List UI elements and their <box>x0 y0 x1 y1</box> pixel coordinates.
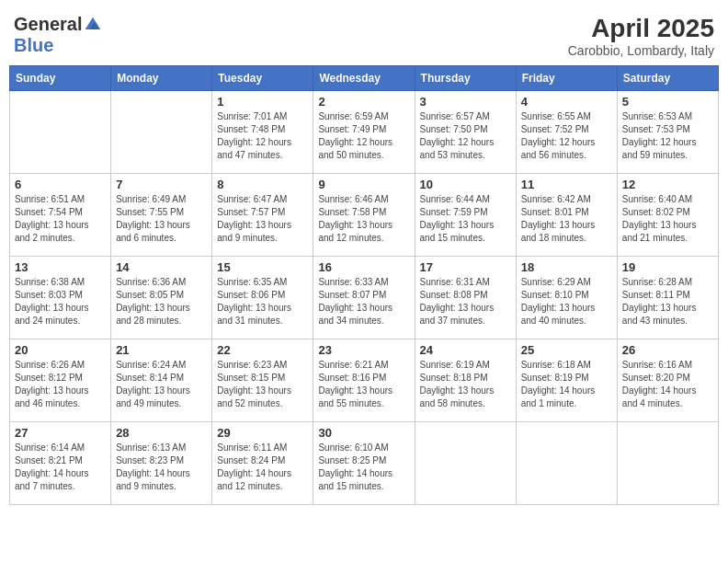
calendar-cell: 23Sunrise: 6:21 AM Sunset: 8:16 PM Dayli… <box>313 339 415 422</box>
day-info: Sunrise: 6:33 AM Sunset: 8:07 PM Dayligh… <box>318 276 409 327</box>
weekday-header-thursday: Thursday <box>415 66 516 91</box>
day-number: 21 <box>116 343 207 357</box>
day-info: Sunrise: 6:40 AM Sunset: 8:02 PM Dayligh… <box>622 193 713 245</box>
day-number: 8 <box>217 178 308 191</box>
day-number: 27 <box>15 426 106 440</box>
day-info: Sunrise: 6:28 AM Sunset: 8:11 PM Dayligh… <box>622 276 713 327</box>
calendar-cell: 19Sunrise: 6:28 AM Sunset: 8:11 PM Dayli… <box>617 257 718 339</box>
weekday-header-tuesday: Tuesday <box>212 66 313 91</box>
calendar-cell: 20Sunrise: 6:26 AM Sunset: 8:12 PM Dayli… <box>10 339 111 422</box>
day-number: 13 <box>15 260 106 274</box>
day-info: Sunrise: 6:36 AM Sunset: 8:05 PM Dayligh… <box>116 276 207 327</box>
day-number: 1 <box>217 95 308 109</box>
day-info: Sunrise: 6:26 AM Sunset: 8:12 PM Dayligh… <box>15 359 106 410</box>
day-info: Sunrise: 6:16 AM Sunset: 8:20 PM Dayligh… <box>622 359 713 410</box>
calendar-cell <box>516 422 617 505</box>
logo-blue-text: Blue <box>14 35 53 56</box>
day-info: Sunrise: 6:51 AM Sunset: 7:54 PM Dayligh… <box>15 193 106 245</box>
calendar-cell <box>10 91 111 174</box>
calendar-cell: 10Sunrise: 6:44 AM Sunset: 7:59 PM Dayli… <box>415 174 516 257</box>
day-info: Sunrise: 6:31 AM Sunset: 8:08 PM Dayligh… <box>420 276 511 327</box>
week-row-3: 13Sunrise: 6:38 AM Sunset: 8:03 PM Dayli… <box>10 257 719 339</box>
day-number: 15 <box>217 260 308 274</box>
calendar-cell: 27Sunrise: 6:14 AM Sunset: 8:21 PM Dayli… <box>10 422 111 505</box>
day-number: 24 <box>420 343 511 357</box>
day-number: 17 <box>420 260 511 274</box>
day-number: 30 <box>318 426 409 440</box>
weekday-header-sunday: Sunday <box>10 66 111 91</box>
calendar-cell: 22Sunrise: 6:23 AM Sunset: 8:15 PM Dayli… <box>212 339 313 422</box>
day-number: 9 <box>318 178 409 191</box>
day-info: Sunrise: 6:55 AM Sunset: 7:52 PM Dayligh… <box>521 110 612 162</box>
calendar-table: SundayMondayTuesdayWednesdayThursdayFrid… <box>9 65 719 505</box>
calendar-cell <box>111 91 212 174</box>
calendar-cell: 13Sunrise: 6:38 AM Sunset: 8:03 PM Dayli… <box>10 257 111 339</box>
calendar-cell: 30Sunrise: 6:10 AM Sunset: 8:25 PM Dayli… <box>313 422 415 505</box>
calendar-cell: 11Sunrise: 6:42 AM Sunset: 8:01 PM Dayli… <box>516 174 617 257</box>
day-info: Sunrise: 6:59 AM Sunset: 7:49 PM Dayligh… <box>318 110 409 162</box>
calendar-cell: 1Sunrise: 7:01 AM Sunset: 7:48 PM Daylig… <box>212 91 313 174</box>
day-number: 16 <box>318 260 409 274</box>
day-number: 20 <box>15 343 106 357</box>
weekday-header-saturday: Saturday <box>617 66 718 91</box>
day-info: Sunrise: 6:38 AM Sunset: 8:03 PM Dayligh… <box>15 276 106 327</box>
weekday-header-monday: Monday <box>111 66 212 91</box>
day-info: Sunrise: 6:53 AM Sunset: 7:53 PM Dayligh… <box>622 110 713 162</box>
calendar-cell: 17Sunrise: 6:31 AM Sunset: 8:08 PM Dayli… <box>415 257 516 339</box>
logo-general-text: General <box>14 14 82 35</box>
weekday-header-wednesday: Wednesday <box>313 66 415 91</box>
day-number: 18 <box>521 260 612 274</box>
calendar-cell: 15Sunrise: 6:35 AM Sunset: 8:06 PM Dayli… <box>212 257 313 339</box>
calendar-cell: 25Sunrise: 6:18 AM Sunset: 8:19 PM Dayli… <box>516 339 617 422</box>
week-row-2: 6Sunrise: 6:51 AM Sunset: 7:54 PM Daylig… <box>10 174 719 257</box>
calendar-cell: 7Sunrise: 6:49 AM Sunset: 7:55 PM Daylig… <box>111 174 212 257</box>
calendar-cell: 18Sunrise: 6:29 AM Sunset: 8:10 PM Dayli… <box>516 257 617 339</box>
day-info: Sunrise: 6:18 AM Sunset: 8:19 PM Dayligh… <box>521 359 612 410</box>
calendar-cell: 2Sunrise: 6:59 AM Sunset: 7:49 PM Daylig… <box>313 91 415 174</box>
day-number: 22 <box>217 343 308 357</box>
calendar-cell: 4Sunrise: 6:55 AM Sunset: 7:52 PM Daylig… <box>516 91 617 174</box>
day-number: 7 <box>116 178 207 191</box>
logo: General Blue <box>14 14 102 56</box>
day-number: 26 <box>622 343 713 357</box>
day-info: Sunrise: 6:29 AM Sunset: 8:10 PM Dayligh… <box>521 276 612 327</box>
day-info: Sunrise: 6:10 AM Sunset: 8:25 PM Dayligh… <box>318 442 409 493</box>
location-subtitle: Carobbio, Lombardy, Italy <box>568 43 714 58</box>
day-info: Sunrise: 6:23 AM Sunset: 8:15 PM Dayligh… <box>217 359 308 410</box>
day-info: Sunrise: 6:24 AM Sunset: 8:14 PM Dayligh… <box>116 359 207 410</box>
day-info: Sunrise: 6:13 AM Sunset: 8:23 PM Dayligh… <box>116 442 207 493</box>
day-info: Sunrise: 6:57 AM Sunset: 7:50 PM Dayligh… <box>420 110 511 162</box>
day-info: Sunrise: 6:19 AM Sunset: 8:18 PM Dayligh… <box>420 359 511 410</box>
calendar-cell: 26Sunrise: 6:16 AM Sunset: 8:20 PM Dayli… <box>617 339 718 422</box>
month-year-title: April 2025 <box>568 14 714 43</box>
calendar-cell: 3Sunrise: 6:57 AM Sunset: 7:50 PM Daylig… <box>415 91 516 174</box>
week-row-1: 1Sunrise: 7:01 AM Sunset: 7:48 PM Daylig… <box>10 91 719 174</box>
day-number: 11 <box>521 178 612 191</box>
day-number: 14 <box>116 260 207 274</box>
day-number: 12 <box>622 178 713 191</box>
week-row-5: 27Sunrise: 6:14 AM Sunset: 8:21 PM Dayli… <box>10 422 719 505</box>
day-info: Sunrise: 6:47 AM Sunset: 7:57 PM Dayligh… <box>217 193 308 245</box>
calendar-cell: 24Sunrise: 6:19 AM Sunset: 8:18 PM Dayli… <box>415 339 516 422</box>
day-number: 2 <box>318 95 409 109</box>
day-number: 5 <box>622 95 713 109</box>
calendar-cell: 16Sunrise: 6:33 AM Sunset: 8:07 PM Dayli… <box>313 257 415 339</box>
day-number: 28 <box>116 426 207 440</box>
day-number: 23 <box>318 343 409 357</box>
calendar-cell: 9Sunrise: 6:46 AM Sunset: 7:58 PM Daylig… <box>313 174 415 257</box>
day-info: Sunrise: 6:42 AM Sunset: 8:01 PM Dayligh… <box>521 193 612 245</box>
calendar-cell: 12Sunrise: 6:40 AM Sunset: 8:02 PM Dayli… <box>617 174 718 257</box>
calendar-cell <box>415 422 516 505</box>
calendar-cell: 28Sunrise: 6:13 AM Sunset: 8:23 PM Dayli… <box>111 422 212 505</box>
day-info: Sunrise: 7:01 AM Sunset: 7:48 PM Dayligh… <box>217 110 308 162</box>
day-info: Sunrise: 6:44 AM Sunset: 7:59 PM Dayligh… <box>420 193 511 245</box>
day-number: 6 <box>15 178 106 191</box>
day-info: Sunrise: 6:46 AM Sunset: 7:58 PM Dayligh… <box>318 193 409 245</box>
calendar-cell: 5Sunrise: 6:53 AM Sunset: 7:53 PM Daylig… <box>617 91 718 174</box>
calendar-cell: 29Sunrise: 6:11 AM Sunset: 8:24 PM Dayli… <box>212 422 313 505</box>
day-info: Sunrise: 6:21 AM Sunset: 8:16 PM Dayligh… <box>318 359 409 410</box>
calendar-cell: 6Sunrise: 6:51 AM Sunset: 7:54 PM Daylig… <box>10 174 111 257</box>
page-header: General Blue April 2025 Carobbio, Lombar… <box>9 9 719 58</box>
day-number: 10 <box>420 178 511 191</box>
day-info: Sunrise: 6:14 AM Sunset: 8:21 PM Dayligh… <box>15 442 106 493</box>
